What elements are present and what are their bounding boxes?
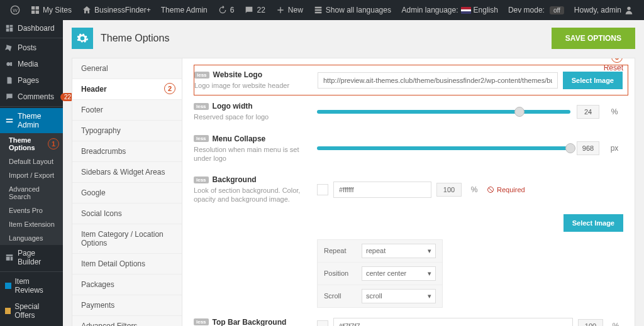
option-tab[interactable]: Breadcrumbs: [72, 141, 182, 162]
page-header: Theme Options SAVE OPTIONS: [72, 28, 635, 49]
option-tab[interactable]: Item Detail Options: [72, 254, 182, 274]
comments-count[interactable]: 22: [239, 0, 270, 20]
unit-label: %: [467, 185, 482, 194]
slider-thumb[interactable]: [565, 143, 575, 153]
sidebar-sub-label: Item Extension: [9, 220, 55, 228]
sidebar-sub-languages[interactable]: Languages: [0, 231, 63, 245]
sidebar-item-label: Comments: [18, 92, 54, 101]
option-tab[interactable]: Sidebars & Widget Areas: [72, 162, 182, 183]
new-content[interactable]: New: [270, 0, 308, 20]
square-icon: [5, 283, 11, 289]
sidebar-item-advertisements[interactable]: Advertisements: [0, 323, 63, 326]
option-label: Menu Collapse: [213, 134, 266, 143]
option-tab[interactable]: Payments: [72, 295, 182, 316]
option-help: Look of section background. Color, opaci…: [194, 186, 307, 204]
sidebar-item-label: Posts: [18, 43, 36, 52]
sidebar-item-posts[interactable]: Posts: [0, 40, 63, 56]
dev-mode[interactable]: Dev mode: off: [503, 0, 569, 20]
option-label: Background: [213, 175, 257, 184]
options-layout: GeneralHeader2FooterTypographyBreadcrumb…: [72, 58, 635, 326]
less-tag: less: [194, 318, 209, 325]
menu-collapse-slider[interactable]: [317, 146, 570, 150]
sidebar-item-theme-admin[interactable]: Theme Admin: [0, 108, 63, 133]
slider-thumb[interactable]: [514, 107, 525, 117]
bg-scroll-label: Scroll: [324, 292, 362, 300]
option-label: Website Logo: [213, 70, 262, 79]
option-tab[interactable]: General: [72, 58, 182, 79]
sidebar-sub-events-pro[interactable]: Events Pro: [0, 204, 63, 217]
svg-point-2: [627, 7, 630, 10]
option-tab[interactable]: Header2: [72, 79, 182, 100]
sidebar-item-comments[interactable]: Comments 22: [0, 89, 63, 105]
adminbar: W My Sites BusinessFinder+ Theme Admin 6…: [0, 0, 644, 20]
color-swatch[interactable]: [317, 320, 328, 326]
option-tab[interactable]: Item Category / Location Options: [72, 224, 182, 254]
show-all-languages-label: Show all languages: [326, 6, 391, 14]
sidebar-item-media[interactable]: Media: [0, 56, 63, 72]
sidebar-item-label: Special Offers: [14, 302, 58, 320]
howdy[interactable]: Howdy, admin: [569, 0, 639, 20]
save-button[interactable]: SAVE OPTIONS: [552, 28, 635, 49]
page-wrap: Theme Options SAVE OPTIONS GeneralHeader…: [63, 20, 644, 326]
bg-position-select[interactable]: center center▾: [362, 266, 436, 281]
logo-width-value[interactable]: [577, 105, 599, 119]
site-name[interactable]: BusinessFinder+: [77, 0, 156, 20]
color-swatch[interactable]: [317, 184, 328, 195]
bg-color-input[interactable]: [333, 182, 431, 198]
bg-scroll-select[interactable]: scroll▾: [362, 289, 436, 303]
wp-logo[interactable]: W: [5, 0, 25, 20]
option-tab[interactable]: Social Icons: [72, 204, 182, 224]
chevron-down-icon: ▾: [428, 269, 431, 278]
stop-icon: [487, 186, 494, 193]
bg-repeat-select[interactable]: repeat▾: [362, 244, 436, 258]
sidebar-item-dashboard[interactable]: Dashboard: [0, 20, 63, 36]
logo-width-slider[interactable]: [317, 110, 570, 114]
less-tag: less: [194, 103, 209, 110]
sidebar-sub-import-export[interactable]: Import / Export: [0, 168, 63, 182]
option-background: lessBackground Look of section backgroun…: [194, 169, 623, 210]
select-image-button[interactable]: Select Image: [564, 214, 623, 232]
flag-us-icon: [461, 7, 471, 14]
option-website-logo: 3 lessWebsite Logo Logo image for websit…: [194, 65, 628, 95]
my-sites[interactable]: My Sites: [25, 0, 77, 20]
options-content: Reset 3 lessWebsite Logo Logo image for …: [182, 58, 635, 326]
admin-language[interactable]: Admin language: English: [396, 0, 502, 20]
theme-admin-link[interactable]: Theme Admin: [156, 0, 213, 20]
select-image-button[interactable]: Select Image: [563, 72, 623, 89]
sidebar-item-item-reviews[interactable]: Item Reviews: [0, 273, 63, 298]
option-help: Resolution when main menu is set under l…: [194, 145, 307, 163]
show-all-languages[interactable]: Show all languages: [308, 0, 396, 20]
updates-count[interactable]: 6: [213, 0, 240, 20]
admin-sidebar: Dashboard Posts Media Pages Comments 22 …: [0, 20, 63, 326]
sidebar-sub-theme-options[interactable]: Theme Options 1: [0, 133, 63, 155]
chevron-down-icon: ▾: [428, 247, 431, 255]
svg-text:W: W: [13, 8, 18, 13]
sidebar-item-page-builder[interactable]: Page Builder: [0, 245, 63, 270]
option-tab[interactable]: Packages: [72, 274, 182, 295]
option-tab[interactable]: Advanced Filters: [72, 316, 182, 326]
option-help: Logo image for website header: [194, 81, 308, 90]
theme-admin-link-label: Theme Admin: [161, 6, 208, 14]
bg-opacity-input[interactable]: [436, 183, 462, 197]
sidebar-sub-default-layout[interactable]: Default Layout: [0, 155, 63, 168]
sidebar-item-pages[interactable]: Pages: [0, 72, 63, 89]
sidebar-sub-item-extension[interactable]: Item Extension: [0, 217, 63, 231]
sidebar-item-special-offers[interactable]: Special Offers: [0, 298, 63, 323]
howdy-label: Howdy, admin: [574, 6, 621, 14]
bg-position-label: Position: [324, 269, 362, 277]
topbar-bg-input[interactable]: [333, 318, 573, 326]
option-tab[interactable]: Google: [72, 183, 182, 204]
menu-collapse-value[interactable]: [577, 141, 599, 155]
option-tab[interactable]: Footer: [72, 100, 182, 121]
sidebar-item-label: Pages: [18, 76, 39, 85]
logo-url-input[interactable]: [318, 72, 558, 89]
sidebar-sub-label: Events Pro: [9, 207, 43, 214]
options-tabs: GeneralHeader2FooterTypographyBreadcrumb…: [72, 58, 182, 326]
square-icon: [5, 308, 11, 314]
sidebar-sub-label: Advanced Search: [9, 185, 40, 200]
topbar-bg-opacity[interactable]: [578, 319, 603, 326]
option-tab[interactable]: Typography: [72, 121, 182, 141]
new-content-label: New: [288, 6, 303, 14]
sidebar-sub-advanced-search[interactable]: Advanced Search: [0, 182, 63, 204]
less-tag: less: [194, 72, 209, 79]
